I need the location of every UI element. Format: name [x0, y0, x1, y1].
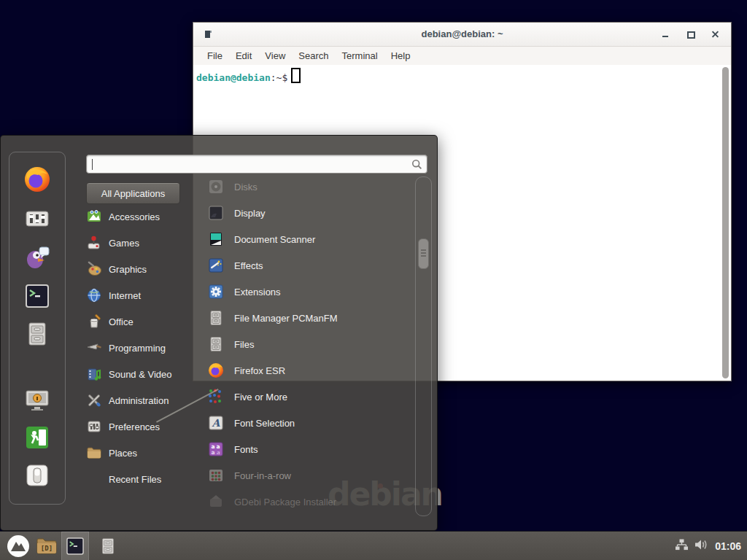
games-icon: [86, 235, 102, 251]
volume-icon[interactable]: [694, 539, 708, 553]
app-item-font-selection[interactable]: A Font Selection: [207, 410, 413, 436]
app-item-label: GDebi Package Installer: [234, 497, 336, 508]
category-recent-files[interactable]: Recent Files: [86, 466, 196, 492]
terminal-cursor: [291, 68, 301, 83]
svg-text:a: a: [217, 449, 220, 456]
menu-item-help[interactable]: Help: [384, 50, 417, 61]
file-cabinet-icon: [207, 309, 225, 327]
favorites-column: [9, 152, 66, 505]
app-item-label: Five or More: [234, 392, 287, 402]
minimize-icon[interactable]: [662, 31, 670, 39]
app-item-fonts[interactable]: aaaa Fonts: [207, 436, 413, 462]
app-item-label: Document Scanner: [234, 234, 315, 245]
svg-text:a: a: [211, 449, 214, 456]
app-item-effects[interactable]: Effects: [207, 252, 413, 279]
app-item-label: Display: [234, 208, 266, 219]
control-center-icon: [23, 205, 51, 233]
category-label: Internet: [109, 290, 141, 301]
lock-screen-button[interactable]: [23, 386, 51, 413]
file-cabinet-icon: [23, 320, 51, 348]
category-programming[interactable]: Programming: [86, 335, 196, 361]
firefox-launcher[interactable]: [23, 166, 51, 193]
desktop: debian debian@debian: ~ File Edit View S…: [0, 0, 747, 560]
category-label: Games: [109, 238, 139, 249]
pidgin-icon: [23, 243, 51, 271]
taskbar-clock[interactable]: 01:06: [715, 540, 741, 552]
terminal-window-title: debian@debian: ~: [193, 28, 731, 39]
prompt-suffix: :~$: [271, 72, 287, 83]
shut-down-button[interactable]: [23, 462, 51, 489]
menu-item-file[interactable]: File: [201, 50, 229, 61]
search-input[interactable]: [86, 155, 427, 174]
applications-menu: All Applications Accessories Games Graph…: [0, 135, 438, 531]
prompt-user-host: debian@debian: [196, 72, 271, 83]
folder-launcher[interactable]: [D]: [34, 532, 60, 560]
recent-files-spacer: [86, 471, 102, 487]
programming-icon: [86, 340, 102, 356]
app-list-scrollbar-track[interactable]: [415, 176, 432, 516]
app-item-document-scanner[interactable]: Document Scanner: [207, 226, 413, 252]
category-office[interactable]: Office: [86, 308, 196, 335]
app-item-label: Font Selection: [234, 418, 295, 429]
app-list-scrollbar-thumb[interactable]: [418, 238, 429, 269]
app-item-label: File Manager PCManFM: [234, 313, 338, 324]
svg-text:A: A: [212, 417, 221, 429]
category-accessories[interactable]: Accessories: [86, 203, 196, 230]
category-preferences[interactable]: Preferences: [86, 413, 196, 440]
pidgin-launcher[interactable]: [23, 243, 51, 271]
category-sound-video[interactable]: Sound & Video: [86, 361, 196, 387]
sound-video-icon: [86, 366, 102, 382]
gdebi-icon: [207, 493, 225, 510]
four-in-a-row-icon: [207, 467, 225, 484]
app-item-four-in-a-row[interactable]: Four-in-a-row: [207, 462, 413, 489]
log-out-icon: [23, 424, 51, 451]
log-out-button[interactable]: [23, 424, 51, 451]
app-item-files[interactable]: Files: [207, 331, 413, 357]
file-manager-taskbar-button[interactable]: [95, 532, 121, 560]
menu-icon: [7, 534, 30, 558]
category-graphics[interactable]: Graphics: [86, 256, 196, 282]
category-label: Office: [109, 316, 133, 327]
extensions-icon: [207, 283, 225, 300]
app-item-five-or-more[interactable]: Five or More: [207, 384, 413, 410]
app-item-label: Firefox ESR: [234, 365, 285, 376]
places-icon: [86, 445, 102, 461]
app-item-file-manager-pcmanfm[interactable]: File Manager PCManFM: [207, 305, 413, 331]
category-label: Administration: [109, 395, 169, 406]
all-applications-button[interactable]: All Applications: [86, 182, 180, 204]
app-item-label: Disks: [234, 182, 258, 192]
disks-icon: [207, 178, 225, 195]
folder-icon: [D]: [36, 537, 58, 556]
menu-button[interactable]: [4, 532, 32, 560]
category-internet[interactable]: Internet: [86, 282, 196, 308]
menu-item-edit[interactable]: Edit: [229, 50, 258, 61]
preferences-icon: [86, 419, 102, 435]
menu-item-view[interactable]: View: [258, 50, 292, 61]
shut-down-icon: [23, 462, 51, 489]
app-item-extensions[interactable]: Extensions: [207, 279, 413, 305]
app-item-disks[interactable]: Disks: [207, 174, 413, 200]
firefox-icon: [207, 362, 225, 379]
app-item-gdebi-package-installer[interactable]: GDebi Package Installer: [207, 489, 413, 515]
control-center-launcher[interactable]: [23, 205, 51, 233]
terminal-scrollbar[interactable]: [722, 67, 729, 378]
terminal-launcher[interactable]: [23, 282, 51, 310]
file-manager-launcher[interactable]: [23, 320, 51, 348]
terminal-taskbar-button[interactable]: [61, 532, 89, 560]
app-item-firefox-esr[interactable]: Firefox ESR: [207, 357, 413, 384]
fonts-icon: aaaa: [207, 440, 225, 458]
category-places[interactable]: Places: [86, 440, 196, 466]
file-cabinet-icon: [98, 536, 117, 556]
category-label: Accessories: [109, 211, 160, 222]
app-item-display[interactable]: Display: [207, 200, 413, 226]
search-icon: [411, 159, 422, 170]
maximize-icon[interactable]: [686, 31, 694, 39]
terminal-titlebar[interactable]: debian@debian: ~: [193, 23, 731, 47]
app-item-label: Fonts: [234, 444, 258, 455]
close-icon[interactable]: [711, 31, 719, 39]
network-icon[interactable]: [676, 539, 688, 553]
menu-item-search[interactable]: Search: [292, 50, 335, 61]
terminal-menubar: File Edit View Search Terminal Help: [193, 47, 731, 65]
category-games[interactable]: Games: [86, 230, 196, 256]
menu-item-terminal[interactable]: Terminal: [336, 50, 384, 61]
